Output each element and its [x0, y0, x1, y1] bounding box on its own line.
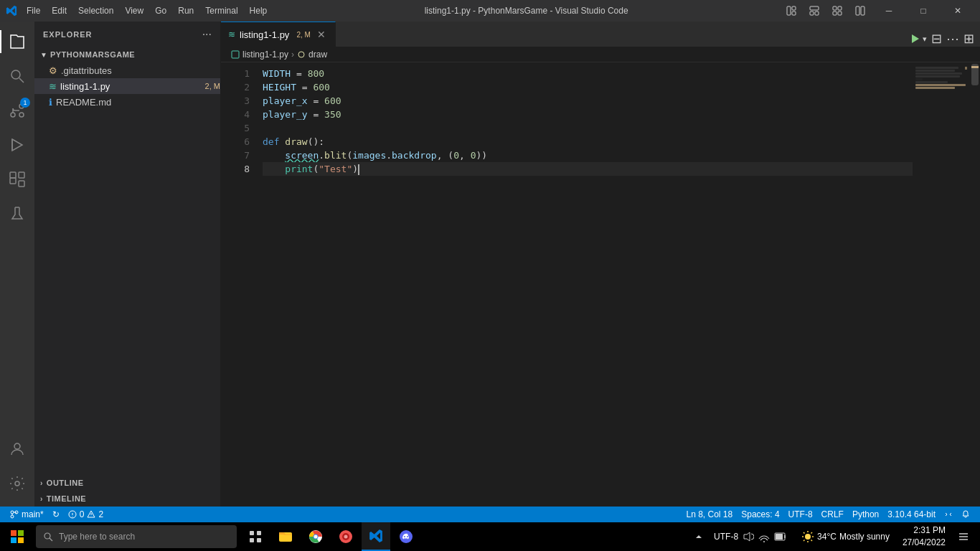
- breadcrumb-symbol[interactable]: draw: [308, 50, 327, 60]
- timeline-label: TIMELINE: [47, 494, 86, 503]
- timeline-arrow: ›: [40, 495, 43, 503]
- token-width-var: WIDTH: [263, 67, 291, 80]
- run-button[interactable]: ▾: [910, 33, 927, 44]
- activity-account[interactable]: [0, 432, 34, 466]
- activity-search[interactable]: [0, 59, 34, 93]
- customize-layout-icon[interactable]: [849, 0, 871, 22]
- editor-area: ≋ listing1-1.py 2, M ✕ ▾ ⊟ ⋯ ⊞ listing1-…: [221, 22, 980, 507]
- status-notification[interactable]: [957, 507, 974, 522]
- project-root[interactable]: ▼ PYTHONMARSGAME: [34, 47, 220, 62]
- menu-selection[interactable]: Selection: [73, 4, 118, 17]
- vscode-app[interactable]: [362, 522, 390, 551]
- status-python-version[interactable]: 3.10.4 64-bit: [883, 507, 940, 522]
- token-indent-1: [263, 149, 285, 162]
- weather-condition: Mostly sunny: [839, 532, 890, 542]
- file-listing1[interactable]: ≋ listing1-1.py 2, M: [34, 78, 220, 94]
- svg-line-68: [811, 532, 813, 534]
- menu-view[interactable]: View: [120, 4, 149, 17]
- svg-point-41: [44, 533, 50, 539]
- token-600: 600: [313, 80, 329, 94]
- status-errors[interactable]: 0 2: [64, 507, 108, 522]
- status-position[interactable]: Ln 8, Col 18: [682, 507, 737, 522]
- menu-file[interactable]: File: [22, 4, 45, 17]
- title-bar: File Edit Selection View Go Run Terminal…: [0, 0, 980, 22]
- svg-point-54: [344, 535, 348, 539]
- svg-rect-6: [833, 6, 837, 10]
- close-button[interactable]: ✕: [941, 0, 974, 22]
- tab-close-button[interactable]: ✕: [315, 28, 328, 41]
- svg-rect-27: [232, 51, 239, 58]
- chromium-app[interactable]: [331, 522, 360, 551]
- taskbar-search[interactable]: Type here to search: [36, 525, 237, 548]
- svg-rect-3: [810, 6, 819, 10]
- status-sync[interactable]: ↻: [48, 507, 64, 522]
- sidebar-more-actions[interactable]: ···: [202, 28, 212, 41]
- svg-rect-39: [11, 537, 17, 543]
- toolbar-extra-button[interactable]: ⊞: [963, 31, 974, 47]
- menu-edit[interactable]: Edit: [47, 4, 72, 17]
- systray-expand[interactable]: [692, 529, 705, 545]
- svg-point-24: [14, 443, 20, 449]
- menu-run[interactable]: Run: [173, 4, 199, 17]
- token-350: 350: [324, 108, 341, 121]
- status-language[interactable]: Python: [848, 507, 883, 522]
- volume-icon[interactable]: [743, 531, 754, 542]
- menu-help[interactable]: Help: [245, 4, 273, 17]
- file-readme[interactable]: ℹ README.md: [34, 94, 220, 110]
- start-button[interactable]: [3, 522, 32, 551]
- mini-line-4: [915, 75, 960, 77]
- status-branch[interactable]: main*: [6, 507, 48, 522]
- line-num-1: 1: [221, 67, 250, 80]
- tab-listing1[interactable]: ≋ listing1-1.py 2, M ✕: [221, 22, 336, 47]
- chrome-icon: [308, 529, 323, 544]
- activity-run[interactable]: [0, 128, 34, 162]
- taskbar-clock[interactable]: 2:31 PM 27/04/2022: [898, 524, 950, 549]
- chrome-app[interactable]: [301, 522, 330, 551]
- split-editor-button[interactable]: ⊟: [931, 31, 942, 47]
- battery-icon[interactable]: [774, 531, 787, 542]
- svg-line-66: [804, 532, 805, 534]
- line-numbers: 1 2 3 4 5 6 7 8: [221, 62, 257, 507]
- activity-source-control[interactable]: 1: [0, 93, 34, 128]
- menu-go[interactable]: Go: [150, 4, 171, 17]
- code-content[interactable]: WIDTH = 800 HEIGHT = 600 player_x = 600: [257, 62, 913, 507]
- scroll-indicator[interactable]: [970, 62, 980, 507]
- language-indicator[interactable]: UTF-8: [714, 532, 738, 542]
- svg-rect-19: [10, 178, 16, 184]
- more-actions-button[interactable]: ⋯: [946, 31, 959, 47]
- minimize-button[interactable]: ─: [872, 0, 905, 22]
- outline-section[interactable]: › OUTLINE: [34, 475, 220, 491]
- status-spaces[interactable]: Spaces: 4: [737, 507, 783, 522]
- notification-center[interactable]: [953, 522, 974, 551]
- status-remote[interactable]: [940, 507, 957, 522]
- warning-count: 2: [98, 509, 103, 519]
- file-explorer-app[interactable]: [271, 522, 300, 551]
- line-num-5: 5: [221, 121, 250, 135]
- status-encoding[interactable]: UTF-8: [784, 507, 817, 522]
- notification-icon: [961, 510, 970, 519]
- mini-line-7: [915, 84, 966, 86]
- layout3-icon[interactable]: [826, 0, 848, 22]
- mini-line-2: [915, 70, 955, 72]
- maximize-button[interactable]: □: [907, 0, 940, 22]
- discord-app[interactable]: [392, 522, 420, 551]
- activity-explorer[interactable]: [0, 24, 34, 59]
- activity-extensions[interactable]: [0, 162, 34, 197]
- activity-test[interactable]: [0, 197, 34, 231]
- timeline-section[interactable]: › TIMELINE: [34, 491, 220, 507]
- discord-icon: [399, 529, 413, 544]
- layout-icon[interactable]: [781, 0, 802, 22]
- task-view-button[interactable]: [241, 522, 270, 551]
- layout2-icon[interactable]: [804, 0, 825, 22]
- code-editor[interactable]: 1 2 3 4 5 6 7 8 WIDTH = 800 HEIGHT: [221, 62, 980, 507]
- svg-rect-11: [861, 6, 864, 15]
- activity-settings[interactable]: [0, 466, 34, 501]
- code-line-5: [263, 121, 913, 135]
- network-icon[interactable]: [758, 531, 770, 542]
- menu-terminal[interactable]: Terminal: [200, 4, 242, 17]
- status-line-ending[interactable]: CRLF: [817, 507, 848, 522]
- file-gitattributes[interactable]: ⚙ .gitattributes: [34, 62, 220, 78]
- breadcrumb-file[interactable]: listing1-1.py: [242, 50, 288, 60]
- token-test-str: "Test": [319, 162, 352, 176]
- weather-widget[interactable]: 34°C Mostly sunny: [796, 530, 895, 543]
